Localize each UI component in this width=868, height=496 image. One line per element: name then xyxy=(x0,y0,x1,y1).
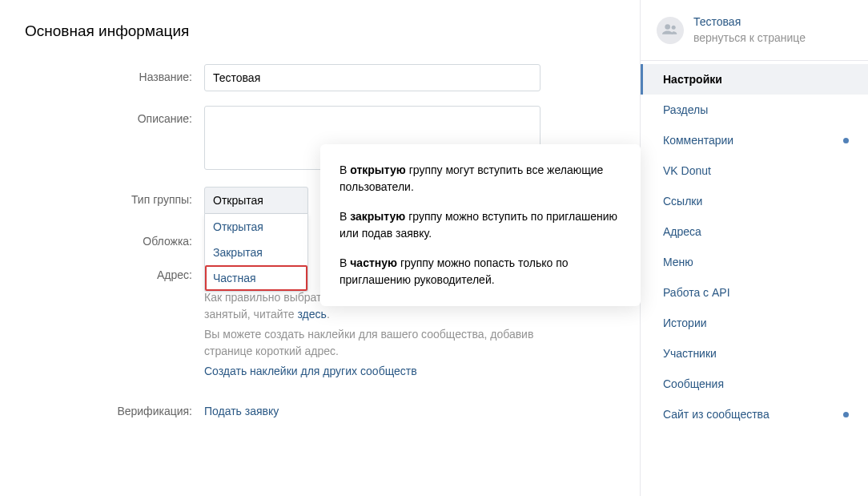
sidebar-group-name: Тестовая xyxy=(693,14,806,30)
notification-dot-icon xyxy=(843,138,849,143)
svg-point-0 xyxy=(665,24,670,30)
nav-item-9[interactable]: Участники xyxy=(641,338,868,369)
page-title: Основная информация xyxy=(20,16,620,64)
nav-item-4[interactable]: Ссылки xyxy=(641,186,868,216)
address-label: Адрес: xyxy=(20,262,204,281)
group-type-select[interactable]: Открытая xyxy=(204,187,308,214)
nav-item-5[interactable]: Адреса xyxy=(641,216,868,247)
group-avatar xyxy=(657,17,684,44)
stickers-link[interactable]: Создать наклейки для других сообществ xyxy=(204,365,540,377)
group-type-tooltip: В открытую группу могут вступить все жел… xyxy=(320,144,641,306)
name-input[interactable] xyxy=(204,64,540,91)
nav-item-2[interactable]: Комментарии xyxy=(641,125,868,155)
verification-submit-link[interactable]: Подать заявку xyxy=(204,398,540,417)
nav-item-label: Сайт из сообщества xyxy=(663,408,770,421)
group-type-option-open[interactable]: Открытая xyxy=(205,214,307,240)
nav-item-0[interactable]: Настройки xyxy=(641,64,868,95)
nav-item-label: Участники xyxy=(663,347,717,360)
sidebar-header[interactable]: Тестовая вернуться к странице xyxy=(641,0,868,61)
address-help-link[interactable]: здесь xyxy=(298,308,327,321)
notification-dot-icon xyxy=(843,412,849,417)
nav-item-label: Адреса xyxy=(663,225,701,238)
nav-item-label: Разделы xyxy=(663,103,708,116)
sidebar-back-link[interactable]: вернуться к странице xyxy=(693,30,806,46)
nav-item-3[interactable]: VK Donut xyxy=(641,155,868,186)
nav-item-label: Истории xyxy=(663,317,707,329)
nav-item-label: Меню xyxy=(663,256,693,268)
group-type-dropdown: Открытая Закрытая Частная xyxy=(204,214,308,292)
description-label: Описание: xyxy=(20,106,204,125)
svg-point-1 xyxy=(672,26,676,30)
group-type-label: Тип группы: xyxy=(20,187,204,206)
nav-item-label: Работа с API xyxy=(663,286,730,299)
nav-item-7[interactable]: Работа с API xyxy=(641,277,868,308)
cover-label: Обложка: xyxy=(20,228,204,248)
nav-item-label: Ссылки xyxy=(663,195,702,208)
nav-item-8[interactable]: Истории xyxy=(641,308,868,338)
nav-item-11[interactable]: Сайт из сообщества xyxy=(641,399,868,429)
verification-label: Верификация: xyxy=(20,398,204,417)
group-type-option-closed[interactable]: Закрытая xyxy=(205,240,307,265)
group-icon xyxy=(662,23,678,37)
stickers-help-text: Вы можете создать наклейки для вашего со… xyxy=(204,326,540,360)
nav-item-6[interactable]: Меню xyxy=(641,247,868,277)
nav-item-label: VK Donut xyxy=(663,164,711,177)
name-label: Название: xyxy=(20,64,204,83)
nav-item-1[interactable]: Разделы xyxy=(641,95,868,125)
nav-item-label: Настройки xyxy=(663,73,722,86)
nav-item-10[interactable]: Сообщения xyxy=(641,369,868,399)
group-type-option-private[interactable]: Частная xyxy=(205,265,307,291)
nav-item-label: Комментарии xyxy=(663,134,733,147)
nav-item-label: Сообщения xyxy=(663,377,724,390)
